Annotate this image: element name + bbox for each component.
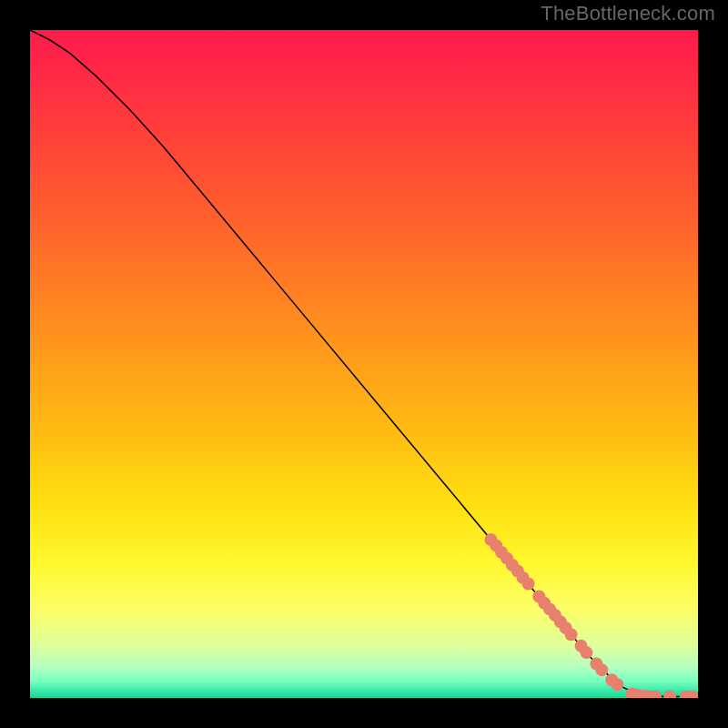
chart-svg bbox=[30, 30, 698, 698]
data-marker bbox=[580, 646, 592, 659]
gradient-background bbox=[30, 30, 698, 698]
watermark-text: TheBottleneck.com bbox=[541, 2, 715, 25]
plot-area bbox=[30, 30, 698, 698]
data-marker bbox=[595, 663, 608, 676]
data-marker bbox=[611, 678, 623, 691]
data-marker bbox=[522, 577, 535, 590]
chart-frame: TheBottleneck.com bbox=[0, 0, 728, 728]
data-marker bbox=[565, 628, 578, 641]
